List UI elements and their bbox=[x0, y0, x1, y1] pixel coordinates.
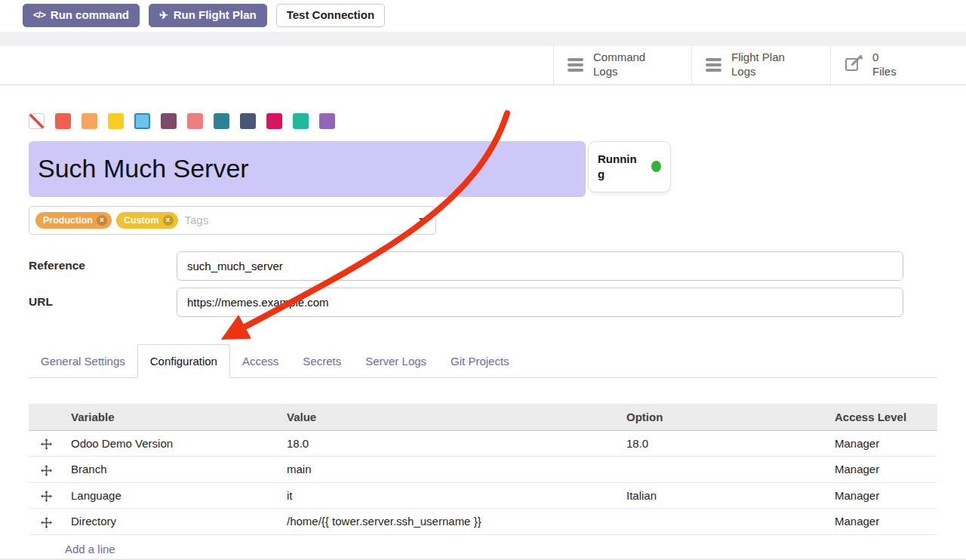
color-swatch-blue[interactable] bbox=[240, 113, 256, 129]
add-a-line-link[interactable]: Add a line bbox=[29, 535, 123, 560]
chevron-down-icon[interactable] bbox=[419, 218, 426, 223]
cell-variable[interactable]: Odoo Demo Version bbox=[63, 430, 279, 457]
tab-configuration[interactable]: Configuration bbox=[137, 344, 230, 378]
handle-column-header bbox=[29, 404, 63, 431]
url-input[interactable]: https://memes.example.com bbox=[177, 288, 903, 317]
reference-label: Reference bbox=[29, 259, 177, 272]
edit-icon bbox=[844, 55, 863, 75]
table-row[interactable]: Language it Italian Manager bbox=[29, 482, 937, 509]
reference-input[interactable]: such_much_server bbox=[177, 251, 903, 281]
tab-server-logs[interactable]: Server Logs bbox=[353, 345, 438, 377]
test-connection-label: Test Connection bbox=[287, 9, 374, 22]
notebook-tabs: General Settings Configuration Access Se… bbox=[29, 344, 937, 378]
cell-access[interactable]: Manager bbox=[827, 482, 937, 509]
status-label: Running bbox=[598, 152, 637, 181]
table-row[interactable]: Branch main Manager bbox=[29, 457, 937, 483]
cell-option[interactable] bbox=[619, 509, 827, 535]
color-swatch-yellow[interactable] bbox=[108, 113, 124, 129]
title-row: Such Much Server Running bbox=[29, 141, 937, 197]
table-header-row: Variable Value Option Access Level bbox=[29, 404, 937, 431]
url-field-row: URL https://memes.example.com bbox=[29, 288, 937, 317]
status-card: Running bbox=[588, 141, 671, 192]
color-palette bbox=[29, 113, 937, 129]
tags-placeholder: Tags bbox=[185, 214, 209, 226]
menu-icon bbox=[568, 58, 583, 72]
stat-label: 0 Files bbox=[872, 51, 897, 79]
remove-tag-icon[interactable]: × bbox=[163, 215, 174, 226]
form-sheet: Such Much Server Running Production × Cu… bbox=[0, 113, 966, 560]
page-background-strip bbox=[0, 32, 966, 46]
cell-access[interactable]: Manager bbox=[827, 457, 937, 483]
drag-handle-icon[interactable] bbox=[29, 482, 63, 509]
color-swatch-almond[interactable] bbox=[187, 113, 203, 129]
cell-option[interactable]: 18.0 bbox=[619, 430, 827, 457]
test-connection-button[interactable]: Test Connection bbox=[276, 4, 385, 27]
table-row[interactable]: Directory /home/{{ tower.server.ssh_user… bbox=[29, 509, 937, 535]
stat-button-command-logs[interactable]: Command Logs bbox=[553, 46, 691, 85]
color-swatch-cyan[interactable] bbox=[134, 113, 150, 129]
stat-button-files[interactable]: 0 Files bbox=[830, 46, 966, 85]
variable-column-header: Variable bbox=[63, 404, 279, 431]
stat-button-flight-plan-logs[interactable]: Flight Plan Logs bbox=[691, 46, 830, 85]
run-flight-plan-label: Run Flight Plan bbox=[174, 9, 257, 22]
cell-access[interactable]: Manager bbox=[827, 430, 937, 457]
variables-table: Variable Value Option Access Level Odoo … bbox=[29, 404, 937, 560]
color-swatch-teal[interactable] bbox=[214, 113, 229, 129]
value-column-header: Value bbox=[279, 404, 619, 431]
form-header-band: Command Logs Flight Plan Logs 0 Files bbox=[0, 46, 966, 85]
tag-production: Production × bbox=[35, 212, 112, 229]
color-swatch-purple[interactable] bbox=[161, 113, 177, 129]
cell-value[interactable]: it bbox=[279, 482, 619, 509]
top-toolbar: </> Run command ✈ Run Flight Plan Test C… bbox=[0, 0, 966, 32]
drag-handle-icon[interactable] bbox=[29, 430, 63, 457]
stat-label: Command Logs bbox=[593, 51, 645, 79]
run-command-label: Run command bbox=[51, 9, 129, 22]
url-label: URL bbox=[29, 295, 177, 309]
color-swatch-violet[interactable] bbox=[319, 113, 335, 129]
plane-icon: ✈ bbox=[159, 10, 168, 21]
color-swatch-raspberry[interactable] bbox=[266, 113, 282, 129]
tab-secrets[interactable]: Secrets bbox=[291, 345, 353, 377]
code-icon: </> bbox=[33, 10, 45, 20]
cell-option[interactable]: Italian bbox=[619, 482, 827, 509]
option-column-header: Option bbox=[619, 404, 827, 431]
table-row[interactable]: Odoo Demo Version 18.0 18.0 Manager bbox=[29, 430, 937, 457]
access-column-header: Access Level bbox=[827, 404, 937, 431]
cell-value[interactable]: main bbox=[279, 457, 619, 483]
tab-git-projects[interactable]: Git Projects bbox=[438, 345, 521, 377]
cell-variable[interactable]: Language bbox=[63, 482, 279, 509]
cell-value[interactable]: /home/{{ tower.server.ssh_username }} bbox=[279, 509, 619, 535]
drag-handle-icon[interactable] bbox=[29, 509, 63, 535]
tags-input[interactable]: Production × Custom × Tags bbox=[29, 206, 436, 235]
server-name-input[interactable]: Such Much Server bbox=[29, 141, 586, 197]
reference-field-row: Reference such_much_server bbox=[29, 251, 937, 281]
run-flight-plan-button[interactable]: ✈ Run Flight Plan bbox=[149, 4, 267, 27]
drag-handle-icon[interactable] bbox=[29, 457, 63, 483]
status-dot bbox=[651, 161, 661, 172]
cell-option[interactable] bbox=[619, 457, 827, 483]
tag-custom: Custom × bbox=[116, 212, 178, 229]
menu-icon bbox=[706, 58, 721, 72]
tab-access[interactable]: Access bbox=[230, 345, 291, 377]
cell-variable[interactable]: Directory bbox=[63, 509, 279, 535]
cell-variable[interactable]: Branch bbox=[63, 457, 279, 483]
color-swatch-red[interactable] bbox=[55, 113, 71, 129]
cell-access[interactable]: Manager bbox=[827, 509, 937, 535]
run-command-button[interactable]: </> Run command bbox=[23, 4, 140, 27]
remove-tag-icon[interactable]: × bbox=[97, 215, 107, 226]
color-swatch-orange[interactable] bbox=[82, 113, 97, 129]
cell-value[interactable]: 18.0 bbox=[279, 430, 619, 457]
tab-general-settings[interactable]: General Settings bbox=[29, 345, 137, 377]
color-swatch-green[interactable] bbox=[293, 113, 309, 129]
color-swatch-no-color[interactable] bbox=[29, 113, 45, 129]
stat-label: Flight Plan Logs bbox=[731, 51, 785, 79]
